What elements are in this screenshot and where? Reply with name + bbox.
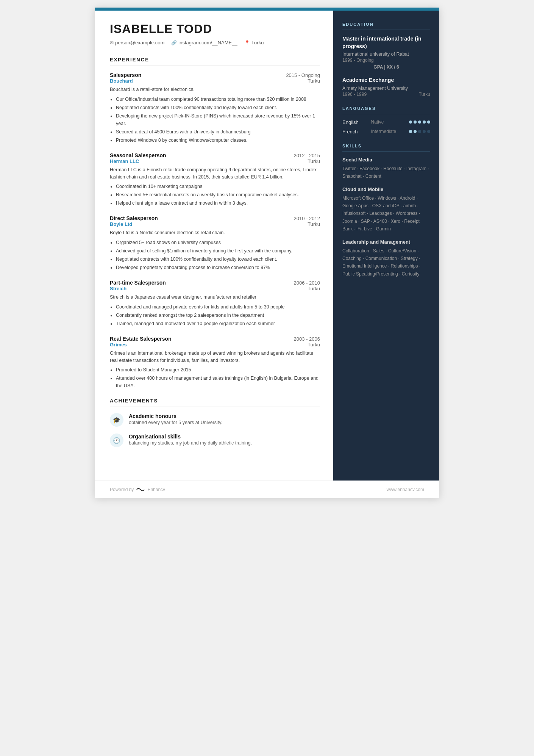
job-dates-2: 2012 - 2015: [294, 153, 320, 158]
dot: [423, 121, 426, 124]
right-column: EDUCATION Master in international trade …: [333, 11, 439, 481]
job-dates-1: 2015 - Ongoing: [286, 72, 320, 78]
job-location-3: Turku: [308, 221, 320, 227]
skills-items-leadership: Collaboration · Sales · Culture/Vision ·…: [342, 247, 430, 278]
job-entry-4: Part-time Salesperson 2006 - 2010 Streic…: [110, 280, 320, 327]
job-entry-3: Direct Salesperson 2010 - 2012 Boyle Ltd…: [110, 215, 320, 271]
job-entry-5: Real Estate Salesperson 2003 - 2006 Grim…: [110, 336, 320, 390]
achievement-desc-1: obtained every year for 5 years at Unive…: [129, 420, 222, 425]
location-contact: 📍 Turku: [244, 40, 264, 45]
edu-degree-2: Academic Exchange: [342, 77, 430, 84]
bullet: Coordinated in 10+ marketing campaigns: [116, 183, 320, 190]
skills-items-social: Twitter · Facebook · Hootsuite · Instagr…: [342, 165, 430, 180]
brand-name: Enhancv: [147, 487, 165, 492]
job-title-1: Salesperson: [110, 72, 141, 78]
dot: [427, 121, 430, 124]
achievement-icon-2: 🕐: [110, 434, 123, 447]
achievements-divider: [110, 407, 320, 407]
achievements-section: ACHIEVEMENTS 🎓 Academic honours obtained…: [110, 398, 320, 447]
bullet: Coordinated and managed private events f…: [116, 303, 320, 311]
company-name-2: Herman LLC: [110, 158, 139, 164]
dot: [423, 130, 426, 133]
top-accent-bar: [95, 8, 439, 11]
job-dates-3: 2010 - 2012: [294, 216, 320, 221]
edu-date-start-2: 1996 - 1999: [342, 92, 367, 97]
job-location-4: Turku: [308, 286, 320, 291]
job-bullets-3: Organized 5+ road shows on university ca…: [110, 239, 320, 271]
gpa-value-1: GPA | XX / 6: [373, 64, 399, 70]
languages-section: LANGUAGES English Native French Int: [342, 106, 430, 135]
skills-title: SKILLS: [342, 144, 430, 148]
company-name-5: Grimes: [110, 342, 127, 347]
edu-entry-1: Master in international trade (in progre…: [342, 35, 430, 70]
lang-name-english: English: [342, 119, 367, 125]
job-bullets-2: Coordinated in 10+ marketing campaigns R…: [110, 183, 320, 207]
bullet: Trained, managed and motivated over 10 p…: [116, 320, 320, 327]
bullet: Researched 5+ residential markets on a w…: [116, 191, 320, 199]
education-divider: [342, 30, 430, 30]
skills-items-cloud: Microsoft Office · Windows · Android · G…: [342, 194, 430, 233]
experience-section: EXPERIENCE Salesperson 2015 - Ongoing Bo…: [110, 57, 320, 390]
email-contact: ✉ person@example.com: [110, 40, 164, 45]
bullet: Promoted Windows 8 by coaching Windows/c…: [116, 136, 320, 144]
experience-title: EXPERIENCE: [110, 57, 320, 63]
company-name-4: Streich: [110, 286, 126, 291]
job-bullets-5: Promoted to Student Manager 2015 Attende…: [110, 366, 320, 390]
job-header-5: Real Estate Salesperson 2003 - 2006: [110, 336, 320, 342]
job-location-5: Turku: [308, 342, 320, 347]
bullet: Promoted to Student Manager 2015: [116, 366, 320, 374]
job-header-2: Seasonal Salesperson 2012 - 2015: [110, 152, 320, 158]
lang-dots-french: [409, 130, 430, 133]
left-column: ISABELLE TODD ✉ person@example.com 🔗 ins…: [95, 11, 333, 481]
languages-title: LANGUAGES: [342, 106, 430, 111]
job-dates-4: 2006 - 2010: [294, 280, 320, 286]
instagram-icon: 🔗: [171, 40, 177, 45]
location-value: Turku: [251, 40, 264, 45]
bullet: Secured a deal of 4500 Euros with a Univ…: [116, 128, 320, 136]
instagram-contact: 🔗 instagram.com/__NAME__: [171, 40, 237, 45]
powered-by-label: Powered by: [110, 487, 134, 492]
dot: [414, 121, 417, 124]
achievement-title-2: Organisational skills: [129, 434, 252, 440]
dot: [414, 130, 417, 133]
job-location-2: Turku: [308, 158, 320, 164]
job-company-row-3: Boyle Ltd Turku: [110, 221, 320, 227]
job-header-4: Part-time Salesperson 2006 - 2010: [110, 280, 320, 286]
candidate-name: ISABELLE TODD: [110, 22, 320, 36]
dot: [418, 130, 421, 133]
edu-school-2: Almaty Management University: [342, 86, 430, 91]
skills-cat-title-leadership: Leadership and Management: [342, 239, 430, 245]
job-title-3: Direct Salesperson: [110, 215, 158, 221]
footer-brand: Powered by Enhancv: [110, 487, 165, 492]
skills-cat-cloud: Cloud and Mobile Microsoft Office · Wind…: [342, 186, 430, 233]
skills-cat-leadership: Leadership and Management Collaboration …: [342, 239, 430, 278]
edu-dates-1: 1999 - Ongoing: [342, 58, 430, 63]
dot: [418, 121, 421, 124]
company-name-1: Bouchard: [110, 78, 133, 84]
graduation-icon: 🎓: [113, 416, 120, 424]
bullet: Developed proprietary onboarding process…: [116, 264, 320, 271]
bullet: Our Office/Industrial team completed 90 …: [116, 95, 320, 103]
job-header-3: Direct Salesperson 2010 - 2012: [110, 215, 320, 221]
achievement-item-1: 🎓 Academic honours obtained every year f…: [110, 413, 320, 427]
lang-row-english: English Native: [342, 119, 430, 125]
resume-container: ISABELLE TODD ✉ person@example.com 🔗 ins…: [95, 8, 439, 498]
resume-body: ISABELLE TODD ✉ person@example.com 🔗 ins…: [95, 11, 439, 481]
job-desc-5: Grimes is an international brokerage mad…: [110, 350, 320, 364]
contact-row: ✉ person@example.com 🔗 instagram.com/__N…: [110, 40, 320, 45]
job-title-5: Real Estate Salesperson: [110, 336, 172, 342]
achievement-title-1: Academic honours: [129, 413, 222, 419]
languages-divider: [342, 114, 430, 114]
job-entry-1: Salesperson 2015 - Ongoing Bouchard Turk…: [110, 72, 320, 144]
email-value: person@example.com: [115, 40, 164, 45]
education-section: EDUCATION Master in international trade …: [342, 22, 430, 97]
job-desc-2: Herman LLC is a Finnish retail trade com…: [110, 166, 320, 181]
lang-name-french: French: [342, 129, 367, 135]
dot: [409, 121, 412, 124]
edu-date-start-1: 1999 - Ongoing: [342, 58, 374, 63]
achievement-desc-2: balancing my studies, my job and my dail…: [129, 440, 252, 446]
job-desc-3: Boyle Ltd is a Nordic consumer electroni…: [110, 229, 320, 236]
experience-divider: [110, 66, 320, 66]
edu-date-end-2: Turku: [419, 92, 430, 97]
job-company-row-4: Streich Turku: [110, 286, 320, 291]
